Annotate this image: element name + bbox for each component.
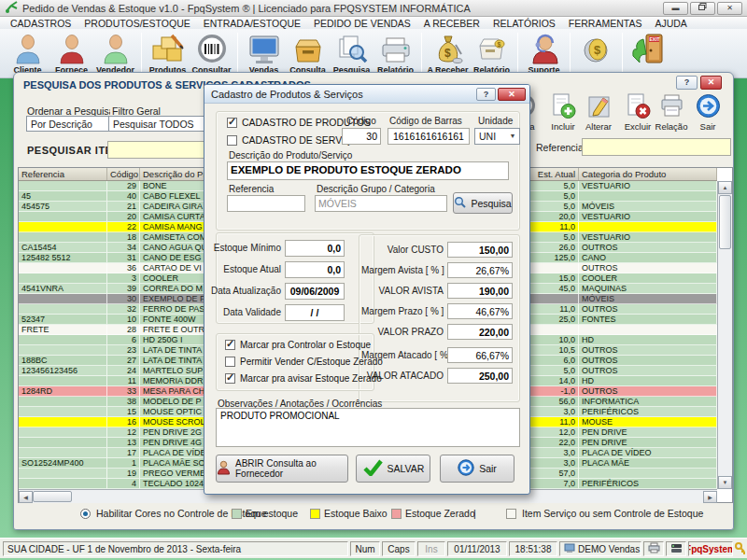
toolbar-separator — [622, 33, 623, 76]
scroll-thumb[interactable] — [719, 195, 731, 249]
app-icon — [5, 0, 18, 17]
estoque-label: Data Atualização — [210, 286, 281, 296]
checkbox-icon[interactable] — [227, 118, 237, 128]
pesquisa-grupo-button[interactable]: Pesquisa — [453, 192, 513, 214]
field-valor-atacado[interactable]: 250,00 — [447, 368, 513, 384]
toolbar-a-receber[interactable]: $ A Receber — [427, 31, 469, 75]
toolbar-consultar[interactable]: Consultar — [190, 31, 233, 75]
search-docs-icon — [336, 31, 368, 64]
toolbar-vendedor[interactable]: Vendedor — [94, 31, 136, 75]
referencia-search-input[interactable] — [582, 138, 731, 156]
checkbox-icon[interactable] — [227, 135, 237, 146]
drawer-icon — [292, 31, 324, 64]
toolbar-pesquisa[interactable]: Pesquisa — [331, 31, 373, 75]
scroll-up-icon[interactable]: ▲ — [718, 181, 732, 194]
person-seller-icon — [102, 31, 130, 64]
checkbox-icon[interactable] — [225, 357, 235, 367]
toolbar-relatorio[interactable]: Relatório — [374, 31, 416, 75]
field-valor-custo[interactable]: 150,00 — [447, 242, 513, 258]
toolbar-consulta[interactable]: Consulta — [287, 31, 329, 75]
field-valor-avista[interactable]: 190,00 — [447, 283, 513, 299]
column-header-categoria-do-produto[interactable]: Categoria do Produto — [579, 168, 717, 180]
menu-relatorios[interactable]: RELATÓRIOS — [486, 18, 562, 29]
codigo-barras-field[interactable]: 1616161616161 — [388, 128, 470, 145]
checkbox-icon[interactable] — [225, 340, 235, 350]
checkbox-icon[interactable] — [225, 373, 235, 384]
action-label: Incluir — [551, 121, 574, 132]
flag-label: Marcar pra avisar Estoque Zerado — [240, 373, 382, 384]
supplier-person-icon — [217, 460, 231, 477]
scroll-right-icon[interactable]: ▶ — [703, 491, 717, 503]
scroll-down-icon[interactable]: ▼ — [718, 476, 732, 489]
svg-text:$: $ — [594, 43, 601, 57]
sair-button[interactable]: Sair — [440, 455, 514, 483]
action-relacao[interactable]: Relação — [651, 90, 692, 138]
minimize-button[interactable]: ▬ — [663, 2, 688, 15]
printer-status-icon — [648, 542, 660, 555]
menu-pedido-de-vendas[interactable]: PEDIDO DE VENDAS — [307, 18, 417, 29]
flag-marcar-pra-controlar-o-estoque[interactable]: Marcar pra Controlar o Estoque — [225, 340, 371, 350]
dialog-help-button[interactable]: ? — [476, 88, 496, 101]
action-alterar[interactable]: Alterar — [578, 90, 619, 138]
codigo-field[interactable]: 30 — [342, 128, 381, 145]
toolbar-vendas[interactable]: Vendas — [243, 31, 285, 75]
field-estoque-atual[interactable]: 0,0 — [285, 261, 345, 278]
chevron-down-icon[interactable]: ▼ — [506, 131, 519, 143]
scroll-thumb[interactable] — [33, 491, 72, 502]
toolbar-separator — [517, 33, 518, 76]
toolbar-suporte[interactable]: Suporte — [523, 31, 565, 75]
enable-colors-radio[interactable] — [80, 509, 91, 519]
flag-marcar-pra-avisar-estoque-zerado[interactable]: Marcar pra avisar Estoque Zerado — [225, 373, 382, 384]
dialog-title-bar: Cadastro de Produtos & Serviços ? ✕ — [204, 85, 529, 104]
flag-label: Permitir Vender C/Estoque Zerado — [240, 357, 383, 367]
filtro-select[interactable]: Pesquisar TODOS ▼ — [108, 116, 218, 132]
field-data-validade[interactable]: / / — [285, 304, 345, 321]
menu-ferramentas[interactable]: FERRAMENTAS — [562, 18, 649, 29]
column-header-codigo[interactable]: Código — [107, 168, 140, 180]
toolbar-relatorio[interactable]: $ Relatório — [471, 31, 513, 75]
help-button[interactable]: ? — [676, 76, 698, 90]
scroll-left-icon[interactable]: ◀ — [19, 491, 33, 503]
field-data-atualizacao[interactable]: 09/06/2009 — [285, 283, 345, 300]
network-status-icon — [670, 543, 683, 555]
grupo-field[interactable]: MÓVEIS — [315, 195, 447, 212]
status-num: Num — [350, 541, 380, 556]
menu-a-receber[interactable]: A RECEBER — [417, 18, 486, 29]
close-button[interactable]: ✕ — [717, 2, 742, 15]
dialog-close-button[interactable]: ✕ — [498, 88, 526, 101]
close-search-window-button[interactable]: ✕ — [700, 76, 722, 90]
status-printer[interactable] — [643, 541, 664, 556]
menu-produtos-estoque[interactable]: PRODUTOS/ESTOQUE — [78, 18, 196, 29]
column-header-est-atual[interactable]: Est. Atual — [527, 168, 579, 180]
field-margem-avista[interactable]: 26,67% — [447, 262, 513, 278]
descricao-field[interactable]: EXEMPLO DE PRODUTO ESTOQUE ZERADO — [227, 161, 509, 180]
menu-bar: CADASTROSPRODUTOS/ESTOQUEENTRADA/ESTOQUE… — [0, 17, 747, 29]
flag-permitir-vender-c-estoque-zerado[interactable]: Permitir Vender C/Estoque Zerado — [225, 357, 383, 367]
menu-cadastros[interactable]: CADASTROS — [4, 18, 78, 29]
field-margem-atacado[interactable]: 66,67% — [447, 347, 513, 363]
toolbar-fornece[interactable]: Fornece — [50, 31, 92, 75]
vertical-scrollbar[interactable]: ▲ ▼ — [717, 181, 732, 489]
flag-label: Marcar pra Controlar o Estoque — [240, 340, 371, 350]
field-estoque-minimo[interactable]: 0,0 — [285, 240, 345, 257]
restore-button[interactable] — [690, 2, 715, 15]
dialog-referencia-field[interactable] — [227, 195, 305, 212]
menu-ajuda[interactable]: AJUDA — [648, 18, 693, 29]
toolbar-separator — [570, 33, 571, 76]
abrir-fornecedor-button[interactable]: ABRIR Consulta ao Fornecedor — [216, 455, 348, 483]
unidade-select[interactable]: UNI ▼ — [474, 128, 520, 145]
menu-entrada-estoque[interactable]: ENTRADA/ESTOQUE — [197, 18, 307, 29]
toolbar-item[interactable]: EXIT — [627, 31, 669, 65]
salvar-button[interactable]: SALVAR — [356, 455, 430, 483]
toolbar-produtos[interactable]: Produtos — [147, 31, 189, 75]
status-network[interactable] — [666, 541, 686, 556]
search-item-input[interactable] — [107, 141, 216, 159]
observacoes-textarea[interactable]: PRODUTO PROMOCIONAL — [216, 408, 520, 447]
legend-swatch-item-servico-ou-sem-controle-de-estoque — [506, 509, 516, 519]
action-sair[interactable]: Sair — [687, 90, 728, 138]
field-margem-prazo[interactable]: 46,67% — [447, 303, 513, 319]
column-header-referencia[interactable]: Referencia — [19, 168, 107, 180]
field-valor-prazo[interactable]: 220,00 — [447, 324, 513, 340]
toolbar-item[interactable]: $ — [575, 31, 617, 65]
toolbar-cliente[interactable]: Cliente — [7, 31, 49, 75]
